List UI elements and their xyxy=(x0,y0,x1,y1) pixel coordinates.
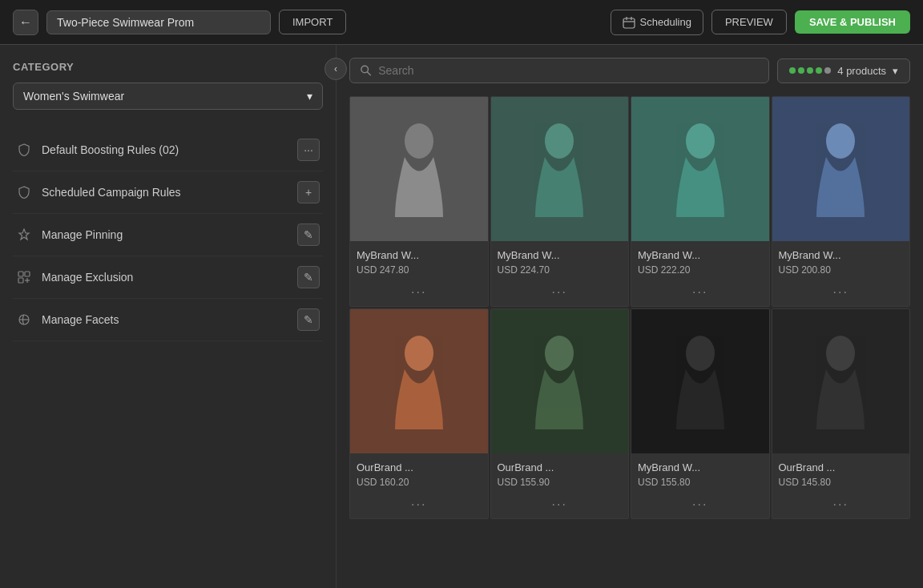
search-box[interactable] xyxy=(349,58,769,83)
filter-dots-icon xyxy=(789,67,831,74)
save-publish-button[interactable]: SAVE & PUBLISH xyxy=(795,10,910,34)
shield-icon-campaign xyxy=(16,184,32,200)
product-card-5[interactable]: OurBrand ... USD 160.20 ··· xyxy=(349,308,489,519)
svg-rect-4 xyxy=(18,272,23,276)
boosting-action-btn[interactable]: ··· xyxy=(297,139,320,161)
back-button[interactable]: ← xyxy=(13,10,38,35)
pin-icon xyxy=(16,227,32,243)
product-name-5: OurBrand ... xyxy=(357,461,482,473)
product-name-3: MyBrand W... xyxy=(638,249,763,261)
facets-action-btn[interactable]: ✎ xyxy=(297,308,320,331)
menu-label-campaign: Scheduled Campaign Rules xyxy=(42,186,181,199)
product-card-7[interactable]: MyBrand W... USD 155.80 ··· xyxy=(631,308,770,519)
menu-label-boosting: Default Boosting Rules (02) xyxy=(42,143,179,156)
product-image-2 xyxy=(491,97,629,241)
exclude-icon xyxy=(16,269,32,285)
menu-item-facets[interactable]: Manage Facets ✎ xyxy=(13,299,323,341)
svg-rect-5 xyxy=(25,272,30,276)
category-label: Category xyxy=(13,61,323,73)
svg-point-17 xyxy=(405,336,433,371)
category-value: Women's Swimwear xyxy=(23,90,124,103)
product-name-6: OurBrand ... xyxy=(498,461,623,473)
product-name-1: MyBrand W... xyxy=(357,249,482,261)
product-actions-8[interactable]: ··· xyxy=(772,493,910,518)
menu-label-pinning: Manage Pinning xyxy=(42,228,123,241)
shield-icon-boosting xyxy=(16,142,32,158)
product-image-7 xyxy=(631,309,769,453)
filter-count-label: 4 products xyxy=(837,65,886,77)
exclusion-action-btn[interactable]: ✎ xyxy=(297,266,320,288)
product-name-8: OurBrand ... xyxy=(779,461,904,473)
svg-point-13 xyxy=(405,123,433,159)
product-card-1[interactable]: MyBrand W... USD 247.80 ··· xyxy=(349,96,489,307)
product-card-8[interactable]: OurBrand ... USD 145.80 ··· xyxy=(772,308,911,519)
svg-point-20 xyxy=(826,336,855,371)
campaign-action-btn[interactable]: + xyxy=(297,181,320,203)
category-select[interactable]: Women's Swimwear ▾ xyxy=(13,83,323,110)
content-area: 4 products ▾ MyBrand W... USD 247.80 ··· xyxy=(337,45,923,588)
header-right: Scheduling PREVIEW SAVE & PUBLISH xyxy=(611,10,910,35)
scheduling-button[interactable]: Scheduling xyxy=(611,10,703,35)
product-card-2[interactable]: MyBrand W... USD 224.70 ··· xyxy=(490,96,630,307)
product-price-6: USD 155.90 xyxy=(498,477,623,488)
product-image-4 xyxy=(772,97,910,241)
svg-rect-6 xyxy=(18,278,23,283)
product-info-5: OurBrand ... USD 160.20 xyxy=(350,453,488,493)
product-price-5: USD 160.20 xyxy=(357,477,482,488)
product-info-4: MyBrand W... USD 200.80 xyxy=(772,241,910,280)
collapse-button[interactable]: ‹ xyxy=(324,58,347,80)
menu-item-exclusion[interactable]: Manage Exclusion ✎ xyxy=(13,256,323,299)
header: ← IMPORT Scheduling PREVIEW SAVE & PUBLI… xyxy=(0,0,923,45)
filter-button[interactable]: 4 products ▾ xyxy=(777,58,910,83)
import-button[interactable]: IMPORT xyxy=(279,10,346,34)
svg-point-14 xyxy=(545,123,574,159)
filter-chevron-icon: ▾ xyxy=(893,65,898,77)
product-image-3 xyxy=(631,97,769,241)
product-actions-1[interactable]: ··· xyxy=(350,280,488,306)
product-actions-2[interactable]: ··· xyxy=(491,280,629,306)
product-card-4[interactable]: MyBrand W... USD 200.80 ··· xyxy=(772,96,911,307)
svg-point-19 xyxy=(686,336,715,371)
product-card-3[interactable]: MyBrand W... USD 222.20 ··· xyxy=(631,96,770,307)
product-info-7: MyBrand W... USD 155.80 xyxy=(631,453,769,493)
chevron-down-icon: ▾ xyxy=(307,90,312,103)
product-price-1: USD 247.80 xyxy=(357,264,482,276)
calendar-icon xyxy=(623,16,635,29)
product-name-4: MyBrand W... xyxy=(779,249,904,261)
scheduling-label: Scheduling xyxy=(640,16,691,28)
product-info-8: OurBrand ... USD 145.80 xyxy=(772,453,910,493)
product-price-8: USD 145.80 xyxy=(779,477,904,488)
product-price-7: USD 155.80 xyxy=(638,477,763,488)
svg-point-16 xyxy=(826,123,855,159)
search-input[interactable] xyxy=(378,64,759,77)
product-info-1: MyBrand W... USD 247.80 xyxy=(350,241,488,280)
svg-line-12 xyxy=(368,72,371,75)
product-price-3: USD 222.20 xyxy=(638,264,763,276)
menu-label-exclusion: Manage Exclusion xyxy=(42,271,133,284)
product-image-6 xyxy=(491,309,629,453)
product-info-2: MyBrand W... USD 224.70 xyxy=(491,241,629,280)
menu-item-campaign[interactable]: Scheduled Campaign Rules + xyxy=(13,171,323,214)
product-actions-5[interactable]: ··· xyxy=(350,493,488,518)
menu-item-boosting[interactable]: Default Boosting Rules (02) ··· xyxy=(13,129,323,171)
product-price-2: USD 224.70 xyxy=(498,264,623,276)
search-filter-bar: 4 products ▾ xyxy=(349,58,910,83)
product-name-7: MyBrand W... xyxy=(638,461,763,473)
product-image-5 xyxy=(350,309,488,453)
menu-item-pinning[interactable]: Manage Pinning ✎ xyxy=(13,214,323,256)
product-price-4: USD 200.80 xyxy=(779,264,904,276)
product-info-3: MyBrand W... USD 222.20 xyxy=(631,241,769,280)
products-grid: MyBrand W... USD 247.80 ··· MyBrand W...… xyxy=(349,96,910,519)
product-actions-3[interactable]: ··· xyxy=(631,280,769,306)
product-actions-6[interactable]: ··· xyxy=(491,493,629,518)
product-card-6[interactable]: OurBrand ... USD 155.90 ··· xyxy=(490,308,630,519)
product-actions-4[interactable]: ··· xyxy=(772,280,910,306)
pinning-action-btn[interactable]: ✎ xyxy=(297,224,320,246)
page-title-input[interactable] xyxy=(46,10,271,34)
product-info-6: OurBrand ... USD 155.90 xyxy=(491,453,629,493)
product-actions-7[interactable]: ··· xyxy=(631,493,769,518)
svg-point-18 xyxy=(545,336,574,371)
main-layout: ‹ Category Women's Swimwear ▾ Default Bo… xyxy=(0,45,923,588)
facets-icon xyxy=(16,312,32,328)
preview-button[interactable]: PREVIEW xyxy=(711,10,787,34)
